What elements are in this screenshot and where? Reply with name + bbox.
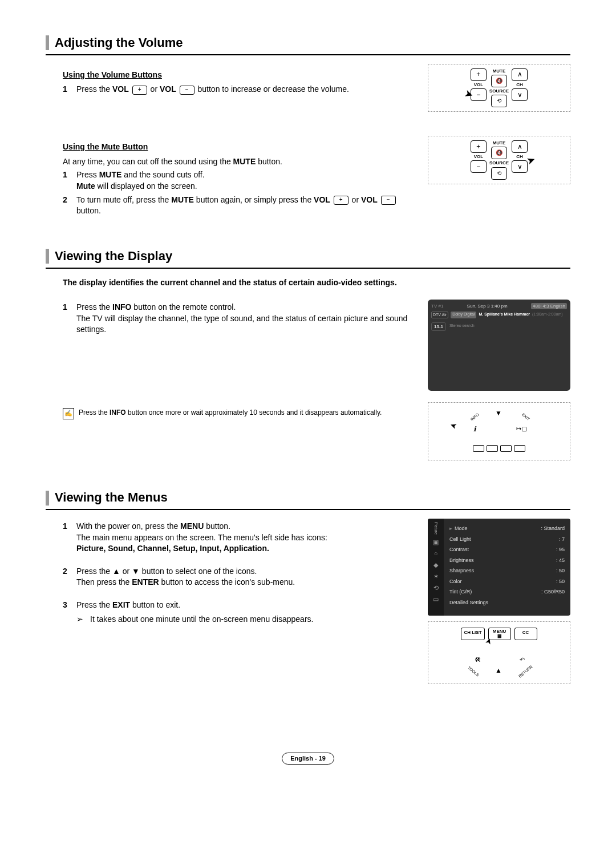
color-buttons <box>473 445 525 452</box>
step-number: 1 <box>63 302 76 335</box>
color-button <box>500 445 512 452</box>
up-arrow-icon: ▼ <box>495 409 502 418</box>
info-i-icon: ℹ <box>473 424 476 434</box>
menu-sidebar: Picture ▣ ○ ◆ ✶ ⟲ ▭ <box>428 519 444 616</box>
arrow-note: ➢ It takes about one minute until the on… <box>76 614 416 625</box>
remote-nav-diagram-menu: CH LIST MENU▦ CC ▲ TOOLS 🛠 RETURN ↶ ➤ <box>428 621 570 684</box>
tv-air-badge: DTV Air <box>431 312 448 318</box>
title-text: Viewing the Menus <box>55 489 168 507</box>
page-number-pill: English - 19 <box>282 753 334 765</box>
tv-date: Sun, Sep 3 1:40 pm <box>467 303 508 309</box>
step-text: Press the VOL + or VOL − button to incre… <box>76 84 416 95</box>
tools-icon: 🛠 <box>475 656 481 664</box>
menu-item: Contrast: 95 <box>449 544 565 555</box>
step-text: To turn mute off, press the MUTE button … <box>76 195 416 217</box>
subhead-volume-buttons: Using the Volume Buttons <box>63 70 416 81</box>
ch-down-button: ∨ <box>512 160 528 173</box>
section-display: Viewing the Display The display identifi… <box>46 248 570 460</box>
volume-row-2: Using the Mute Button At any time, you c… <box>46 136 570 219</box>
vol-minus-button: − <box>471 160 487 173</box>
plus-icon: + <box>132 86 147 95</box>
step-text: Press the INFO button on the remote cont… <box>76 302 416 335</box>
arrow-note-text: It takes about one minute until the on-s… <box>90 614 313 625</box>
ch-down-button: ∨ <box>512 88 528 101</box>
tv-channel: 13-1 <box>431 322 446 331</box>
menu-item: Detailed Settings <box>449 597 565 608</box>
color-button <box>487 445 498 452</box>
source-button: ⟲ <box>491 167 507 180</box>
step-text: Press the EXIT button to exit. <box>76 600 416 611</box>
menu-item: Sharpness: 50 <box>449 565 565 576</box>
menus-row: 1 With the power on, press the MENU butt… <box>46 519 570 684</box>
step-text: Press MUTE and the sound cuts off. Mute … <box>76 169 416 192</box>
menu-item: Tint (G/R): G50/R50 <box>449 587 565 597</box>
tv-format-badge: 480i 4:3 English <box>531 303 567 309</box>
step: 1 Press the VOL + or VOL − button to inc… <box>63 84 416 95</box>
step-number: 2 <box>63 566 76 588</box>
exit-label: EXIT <box>521 412 531 422</box>
tv-title: TV #1 <box>431 303 443 309</box>
tv-show-time: (1:00am-2:00am) <box>532 312 563 318</box>
step-number: 1 <box>63 84 76 95</box>
step: 1 Press the INFO button on the remote co… <box>63 302 416 335</box>
step-number: 3 <box>63 600 76 611</box>
picture-icon: ▣ <box>432 538 440 546</box>
figure-column: + VOL − MUTE 🔇 SOURCE ⟲ ∧ CH ∨ ➤ <box>428 64 570 119</box>
figure-column: Picture ▣ ○ ◆ ✶ ⟲ ▭ ▸Mode: Standard Cell… <box>428 519 570 684</box>
color-button <box>514 445 525 452</box>
text-column: Using the Mute Button At any time, you c… <box>46 136 416 219</box>
title-accent-bar <box>46 35 49 50</box>
step: 2 To turn mute off, press the MUTE butto… <box>63 195 416 217</box>
tools-label: TOOLS <box>467 665 480 678</box>
up-arrow-icon: ▲ <box>495 666 502 676</box>
source-button: ⟲ <box>491 95 507 107</box>
title-accent-bar <box>46 249 49 264</box>
figure-column: ▼ INFO ℹ EXIT ↦▢ ➤ <box>428 402 570 460</box>
setup-icon: ✶ <box>432 572 440 580</box>
sound-icon: ○ <box>432 549 440 557</box>
display-row-1: 1 Press the INFO button on the remote co… <box>46 300 570 391</box>
step-number: 1 <box>63 521 76 555</box>
input-icon: ⟲ <box>432 584 440 592</box>
pointer-right-icon: ➢ <box>76 614 90 625</box>
title-accent-bar <box>46 491 49 506</box>
step: 2 Press the ▲ or ▼ button to select one … <box>63 566 416 588</box>
cc-button: CC <box>514 628 537 640</box>
volume-row-1: Using the Volume Buttons 1 Press the VOL… <box>46 64 570 119</box>
remote-nav-diagram-info: ▼ INFO ℹ EXIT ↦▢ ➤ <box>428 402 570 460</box>
subhead-mute: Using the Mute Button <box>63 141 416 153</box>
chlist-button: CH LIST <box>461 628 484 640</box>
section-title: Viewing the Menus <box>46 489 570 510</box>
text-column: Using the Volume Buttons 1 Press the VOL… <box>46 64 416 98</box>
footer: English - 19 <box>46 753 570 765</box>
application-icon: ▭ <box>432 595 440 603</box>
mute-button: 🔇 <box>491 75 507 87</box>
figure-column: + VOL − MUTE 🔇 SOURCE ⟲ ∧ CH ∨ ➤ <box>428 136 570 191</box>
section-volume: Adjusting the Volume Using the Volume Bu… <box>46 34 570 219</box>
note-icon: ✍ <box>63 408 74 419</box>
ch-up-button: ∧ <box>512 68 528 81</box>
menu-item: Brightness: 45 <box>449 555 565 566</box>
color-button <box>473 445 484 452</box>
mute-intro: At any time, you can cut off the sound u… <box>63 156 416 168</box>
menu-screen: Picture ▣ ○ ◆ ✶ ⟲ ▭ ▸Mode: Standard Cell… <box>428 519 570 616</box>
menu-item: Cell Light: 7 <box>449 534 565 545</box>
menu-item: Color: 50 <box>449 576 565 587</box>
exit-icon: ↦▢ <box>516 424 527 433</box>
minus-icon: − <box>180 86 194 95</box>
plus-icon: + <box>334 196 348 205</box>
note: ✍ Press the INFO button once more or wai… <box>63 408 416 419</box>
vol-plus-button: + <box>471 68 487 81</box>
remote-diagram-mute: + VOL − MUTE 🔇 SOURCE ⟲ ∧ CH ∨ ➤ <box>428 136 570 184</box>
note-text: Press the INFO button once more or wait … <box>79 408 382 418</box>
tv-search: Stereo search <box>449 323 475 329</box>
menu-grid-icon: ▦ <box>497 634 502 638</box>
tv-show-title: M. Spillane's Mike Hammer <box>479 312 530 318</box>
display-row-2: ✍ Press the INFO button once more or wai… <box>46 402 570 460</box>
mute-button: 🔇 <box>491 147 507 159</box>
tv-info-screen: TV #1 Sun, Sep 3 1:40 pm 480i 4:3 Englis… <box>428 300 570 391</box>
tv-dolby-badge: Dolby Digital <box>451 312 476 318</box>
pointer-arrow-icon: ➤ <box>448 419 459 432</box>
menu-item: ▸Mode: Standard <box>449 523 565 534</box>
menu-side-label: Picture <box>433 522 439 535</box>
